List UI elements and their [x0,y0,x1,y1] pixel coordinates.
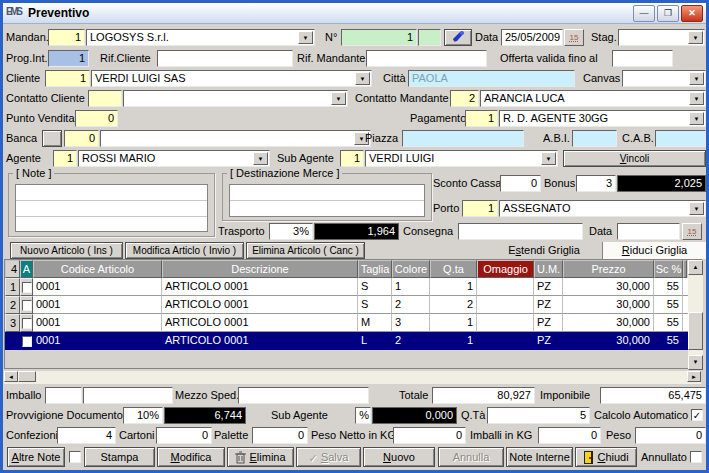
scroll-up-icon[interactable]: ▲ [688,260,703,275]
scroll-down-icon[interactable]: ▼ [688,355,703,370]
agente-combo[interactable]: ROSSI MARIO▼ [78,150,270,167]
contatto-cliente-code-field[interactable] [88,90,122,107]
sconto-cassa-field[interactable]: 0 [500,175,541,192]
abi-field[interactable] [572,130,617,147]
grid-column-a[interactable]: A [20,260,33,278]
mandante-combo[interactable]: LOGOSYS S.r.l.▼ [86,29,315,46]
elimina-button[interactable]: Elimina [227,447,294,467]
chiudi-button[interactable]: Chiudi [575,447,637,467]
sub-agente-combo[interactable]: VERDI LUIGI▼ [365,150,558,167]
porto-code-field[interactable]: 1 [462,200,498,217]
pin-button[interactable] [444,29,472,46]
trasporto-pct-field[interactable]: 3% [269,223,313,240]
grid-horizontal-scrollbar[interactable]: ◄ ► [4,371,701,384]
pagamento-combo[interactable]: R. D. AGENTE 30GG▼ [499,110,706,127]
offerta-field[interactable] [612,50,673,67]
grid-column-prezzo[interactable]: Prezzo [563,260,654,278]
salva-button[interactable]: ✓ Salva [296,447,361,467]
grid-column-descrizione[interactable]: Descrizione [162,260,358,278]
prog-int-field[interactable]: 1 [48,50,89,67]
table-row[interactable]: 2 0001 ARTICOLO 0001 S 2 2 PZ 30,000 55 [5,296,687,314]
sub-agente-code-field[interactable]: 1 [340,150,364,167]
table-row[interactable]: 1 0001 ARTICOLO 0001 S 1 1 PZ 30,000 55 [5,278,687,296]
porto-combo[interactable]: ASSEGNATO▼ [499,200,706,217]
vincoli-button[interactable]: Vincoli [563,150,706,167]
peso-field[interactable]: 0 [635,427,706,444]
note-interne-button[interactable]: Note Interne [506,447,573,467]
chevron-down-icon[interactable]: ▼ [688,31,703,44]
note-textarea[interactable] [15,184,208,232]
row-checkbox-cell[interactable] [20,296,33,314]
grid-column-qta[interactable]: Q.ta [430,260,477,278]
calendar-button[interactable]: 15 [564,29,584,46]
chevron-down-icon[interactable]: ▼ [689,92,704,105]
mezzo-sped-field[interactable] [238,387,369,404]
row-checkbox-cell[interactable] [20,278,33,296]
minimize-button[interactable]: — [633,5,655,22]
numero-field[interactable]: 1 [341,29,417,46]
table-row-selected[interactable]: 0001 ARTICOLO 0001 L 2 1 PZ 30,000 55 [5,332,687,350]
vertical-scroll-thumb[interactable] [688,312,703,350]
banca-code-field[interactable]: 0 [64,130,99,147]
mandante-code-field[interactable]: 1 [48,29,85,46]
cab-field[interactable] [655,130,706,147]
chevron-down-icon[interactable]: ▼ [253,152,268,165]
banca-lookup-button[interactable] [42,130,62,147]
citta-field[interactable]: PAOLA [408,70,575,87]
provvigione-pct-field[interactable]: 10% [123,407,163,424]
nuovo-button[interactable]: Nuovo [363,447,435,467]
chevron-down-icon[interactable]: ▼ [355,72,370,85]
modifica-button[interactable]: Modifica [157,447,225,467]
grid-column-sc[interactable]: Sc % [654,260,683,278]
data2-field[interactable] [617,223,680,240]
estendi-griglia-button[interactable]: Estendi Griglia [490,242,598,259]
contatto-mandante-combo[interactable]: ARANCIA LUCA▼ [480,90,706,107]
stampa-button[interactable]: Stampa [84,447,155,467]
stag-combo[interactable]: ▼ [618,29,705,46]
row-checkbox-cell[interactable] [20,314,33,332]
bonus-field[interactable]: 3 [576,175,616,192]
peso-netto-field[interactable]: 0 [393,427,466,444]
rif-mandante-field[interactable] [366,50,487,67]
grid-column-omaggio[interactable]: Omaggio [477,260,534,278]
scroll-right-icon[interactable]: ► [687,371,701,382]
calcolo-automatico-checkbox[interactable]: ✓ [691,409,703,421]
chevron-down-icon[interactable]: ▼ [331,92,346,105]
grid-column-codice[interactable]: Codice Articolo [33,260,162,278]
imballi-kg-field[interactable]: 0 [538,427,601,444]
contatto-cliente-combo[interactable]: ▼ [123,90,348,107]
cliente-code-field[interactable]: 1 [45,70,90,87]
grid-column-colore[interactable]: Colore [392,260,430,278]
palette-field[interactable]: 0 [252,427,308,444]
chevron-down-icon[interactable]: ▼ [689,72,704,85]
row-checkbox[interactable] [22,318,32,329]
table-row[interactable]: 3 0001 ARTICOLO 0001 M 3 1 PZ 30,000 55 [5,314,687,332]
pagamento-code-field[interactable]: 1 [465,110,498,127]
cartoni-field[interactable]: 0 [156,427,212,444]
grid-column-um[interactable]: U.M. [534,260,563,278]
contatto-mandante-code-field[interactable]: 2 [450,90,479,107]
chevron-down-icon[interactable]: ▼ [541,152,556,165]
grid-vertical-scrollbar[interactable]: ▲ ▼ [688,260,703,370]
data-field[interactable]: 25/05/2009 [501,29,563,46]
riduci-griglia-button[interactable]: Riduci Griglia [602,242,706,259]
banca-combo[interactable]: ▼ [100,130,371,147]
destinazione-textarea[interactable] [229,184,425,217]
row-checkbox[interactable] [22,336,32,347]
title-bar[interactable]: EMS Preventivo — ❐ ✕ [3,3,706,24]
nuovo-articolo-button[interactable]: Nuovo Articolo ( Ins ) [10,242,123,259]
imballo-desc-field[interactable] [83,387,173,404]
canvas-combo[interactable]: ▼ [622,70,706,87]
punto-vendita-field[interactable]: 0 [75,110,118,127]
numero-extra-field[interactable] [418,29,441,46]
row-checkbox-cell[interactable] [20,332,33,350]
row-checkbox[interactable] [22,282,32,293]
piazza-field[interactable] [402,130,524,147]
altre-note-checkbox[interactable] [69,451,81,463]
horizontal-scroll-thumb[interactable] [18,371,36,382]
modifica-articolo-button[interactable]: Modifica Articlo ( Invio ) [125,242,244,259]
chevron-down-icon[interactable]: ▼ [298,31,313,44]
scroll-left-icon[interactable]: ◄ [4,371,18,382]
agente-code-field[interactable]: 1 [53,150,77,167]
grid-column-taglia[interactable]: Taglia [358,260,392,278]
